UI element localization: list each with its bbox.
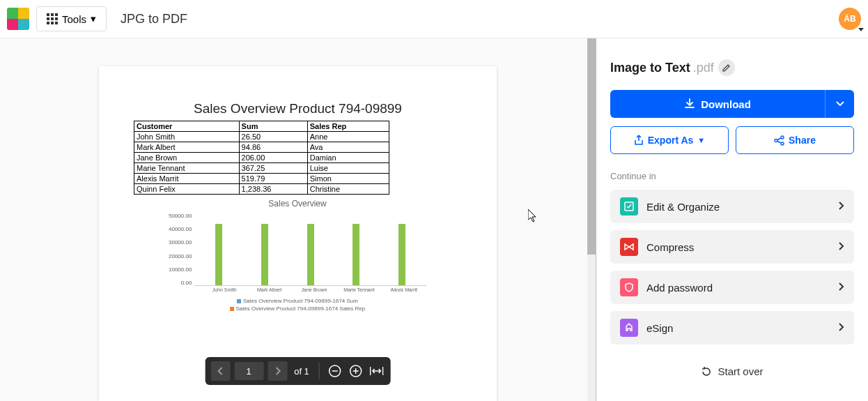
continue-item-label: Compress [646,241,830,253]
continue-item-compress[interactable]: Compress [610,230,854,264]
restart-icon [701,366,712,377]
table-cell: Mark Albert [134,142,240,153]
prev-page-button[interactable] [210,361,230,381]
download-button[interactable]: Download [610,90,825,118]
table-row: Marie Tennant367.25Luise [134,163,389,174]
table-cell: 94.86 [239,142,307,153]
download-label: Download [701,98,751,110]
chart-bar [215,224,222,285]
start-over-button[interactable]: Start over [610,365,854,377]
sidebar: Image to Text .pdf Download Export As ▼ [596,38,868,401]
table-header: Sales Rep [307,121,389,132]
chevron-down-icon [836,101,844,107]
file-name: Image to Text [610,61,690,75]
continue-item-label: Add password [646,282,830,294]
page-number-input[interactable] [234,362,263,380]
export-as-label: Export As [648,135,694,146]
svg-point-7 [775,139,777,142]
next-page-button[interactable] [268,361,287,381]
apps-grid-icon [47,13,58,24]
continue-in-label: Continue in [610,171,854,181]
table-row: Alexis Marrit519.79Simon [134,174,389,184]
svg-point-9 [781,142,784,145]
table-row: Mark Albert94.86Ava [134,142,389,153]
continue-item-add-password[interactable]: Add password [610,271,854,304]
share-button[interactable]: Share [736,126,854,154]
caret-down-icon: ▼ [697,136,705,144]
continue-item-label: eSign [646,322,830,334]
file-extension: .pdf [693,61,714,75]
table-cell: Simon [307,174,389,184]
chart-y-axis: 50000.0040000.0030000.0020000.0010000.00… [169,213,194,286]
cursor-icon [528,209,539,227]
table-cell: Marie Tennant [134,163,240,174]
caret-down-icon [858,28,864,31]
table-row: Quinn Felix1,238.36Christine [134,184,389,195]
share-icon [774,135,784,146]
chevron-right-icon [839,200,844,213]
table-cell: John Smith [134,132,240,142]
legend-item: Sales Overview Product 794-09899-1674 Sa… [169,305,426,312]
continue-item-edit-organize[interactable]: Edit & Organize [610,190,854,223]
caret-down-icon: ▾ [91,13,96,25]
export-as-button[interactable]: Export As ▼ [610,126,729,154]
feature-icon [620,197,638,215]
svg-line-10 [777,138,781,140]
app-logo[interactable] [7,8,29,30]
table-cell: 26.50 [239,132,307,142]
table-cell: Luise [307,163,389,174]
feature-icon [620,278,638,296]
chevron-right-icon [839,321,844,334]
page-total-label: of 1 [294,366,309,377]
scrollbar[interactable] [587,38,596,401]
chart-x-axis: John SmithMark AlbertJane BrownMarie Ten… [202,287,426,292]
feature-icon [620,238,638,256]
chart-bar [352,224,359,285]
chevron-right-icon [839,281,844,294]
tools-menu-button[interactable]: Tools ▾ [36,6,107,31]
chart-bar [307,224,314,285]
avatar[interactable]: ÄB [839,8,861,30]
chart: Sales Overview 50000.0040000.0030000.002… [169,199,426,312]
table-cell: 1,238.36 [239,184,307,195]
table-row: John Smith26.50Anne [134,132,389,142]
table-row: Jane Brown206.00Damian [134,153,389,163]
table-cell: Damian [307,153,389,163]
feature-icon [620,319,638,337]
tools-label: Tools [62,13,86,25]
export-icon [634,135,644,146]
document-page: Sales Overview Product 794-09899 Custome… [99,66,497,401]
table-cell: Anne [307,132,389,142]
document-title: Sales Overview Product 794-09899 [134,101,462,116]
fit-width-button[interactable] [369,363,385,379]
table-cell: Jane Brown [134,153,240,163]
table-cell: Ava [307,142,389,153]
table-header: Sum [239,121,307,132]
share-label: Share [789,135,816,146]
chart-title: Sales Overview [169,199,426,209]
svg-point-8 [781,136,784,139]
table-cell: 206.00 [239,153,307,163]
table-cell: Alexis Marrit [134,174,240,184]
sales-table: CustomerSumSales Rep John Smith26.50Anne… [134,121,389,195]
preview-area: Sales Overview Product 794-09899 Custome… [0,38,596,401]
download-icon [684,98,695,109]
page-controls: of 1 [205,357,391,385]
zoom-out-button[interactable] [327,363,343,379]
chart-bar [261,224,268,285]
page-title: JPG to PDF [121,12,187,27]
start-over-label: Start over [718,365,763,377]
continue-item-esign[interactable]: eSign [610,311,854,345]
svg-line-11 [777,141,781,143]
table-cell: Quinn Felix [134,184,240,195]
table-cell: Christine [307,184,389,195]
chevron-right-icon [839,241,844,253]
table-cell: 367.25 [239,163,307,174]
zoom-in-button[interactable] [348,363,364,379]
edit-filename-button[interactable] [718,59,735,76]
download-options-button[interactable] [825,90,854,118]
table-header: Customer [134,121,240,132]
chart-legend: Sales Overview Product 794-09899-1674 Su… [169,298,426,312]
continue-item-label: Edit & Organize [646,201,830,213]
avatar-initials: ÄB [844,14,855,24]
